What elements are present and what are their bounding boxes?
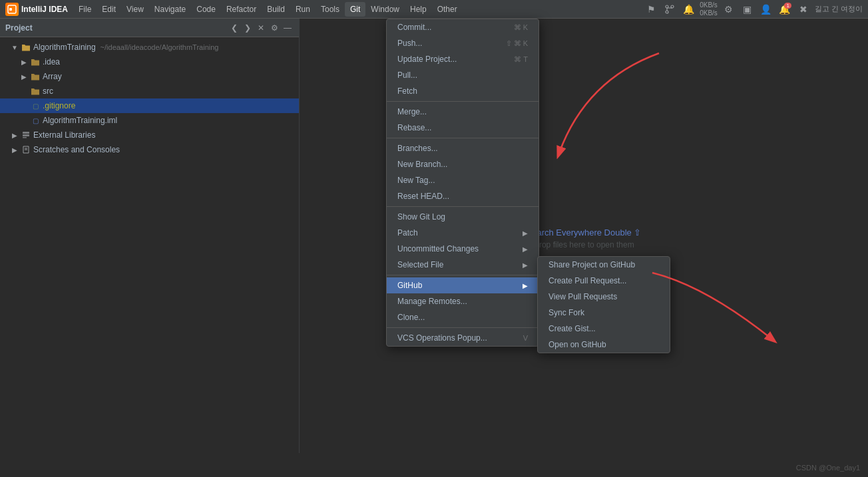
panel-hide-btn[interactable]: — [282,22,294,34]
git-reset-head[interactable]: Reset HEAD... [387,188,539,204]
git-manage-remotes[interactable]: Manage Remotes... [387,293,539,309]
menu-file[interactable]: File [73,2,97,17]
tree-iml-label: AlgorithmTraining.iml [43,116,117,125]
git-rebase[interactable]: Rebase... [387,120,539,136]
expand-idea[interactable]: ▶ [20,58,28,66]
app-logo-icon [5,3,19,16]
screen-icon[interactable]: ▣ [740,2,755,17]
drop-hint: Drop files here to open them [533,240,634,249]
watermark: CSDN @One_day1 [796,464,860,472]
git-icon[interactable] [662,2,677,17]
git-patch[interactable]: Patch ▶ [387,225,539,241]
user-name: 길고 긴 여정이 [815,4,863,14]
menu-other[interactable]: Other [432,2,463,17]
search-hint: Search Everywhere Double ⇧ [527,228,642,238]
sep3 [387,206,539,207]
github-share[interactable]: Share Project on GitHub [538,257,670,273]
tree-array-label: Array [43,72,62,81]
folder-icon [21,42,31,53]
bell-icon[interactable]: 🔔 1 [777,2,792,17]
svg-point-4 [666,11,668,13]
menu-view[interactable]: View [121,2,149,17]
git-vcs-popup[interactable]: VCS Operations Popup... V [387,330,539,346]
file-icon-gitignore: ▢ [30,100,41,111]
expand-scratches[interactable]: ▶ [11,146,19,154]
git-pull[interactable]: Pull... [387,67,539,83]
git-commit[interactable]: Commit... ⌘ K [387,19,539,35]
panel-collapse-btn[interactable]: ❮ [228,22,240,34]
tree-gitignore[interactable]: ▢ .gitignore [0,98,299,113]
copilot-icon[interactable]: ⚙ [722,2,736,17]
git-show-log[interactable]: Show Git Log [387,209,539,225]
notification-icon[interactable]: 🔔 [681,2,696,17]
git-clone[interactable]: Clone... [387,309,539,325]
git-uncommitted[interactable]: Uncommitted Changes ▶ [387,241,539,257]
tree-scratches-label: Scratches and Consoles [33,145,120,154]
svg-point-3 [671,5,674,8]
github-sync-fork[interactable]: Sync Fork [538,305,670,321]
sep5 [387,327,539,328]
menu-bar-right: ⚑ 🔔 0KB/s 0KB/s ⚙ ▣ 👤 🔔 1 ✖ 길고 긴 여정이 [644,1,863,17]
git-new-tag[interactable]: New Tag... [387,172,539,188]
folder-icon-idea [30,57,41,67]
menu-navigate[interactable]: Navigate [149,2,191,17]
sep4 [387,275,539,275]
menu-code[interactable]: Code [191,2,221,17]
panel-expand-btn[interactable]: ❯ [242,22,254,34]
panel-close-btn[interactable]: ✕ [255,22,267,34]
menu-window[interactable]: Window [365,2,405,17]
expand-array[interactable]: ▶ [20,73,28,80]
file-icon-iml: ▢ [30,115,41,126]
tree-idea[interactable]: ▶ .idea [0,55,299,69]
tree-external-libs[interactable]: ▶ External Libraries [0,128,299,142]
svg-rect-5 [23,132,29,134]
git-new-branch[interactable]: New Branch... [387,156,539,172]
git-branches[interactable]: Branches... [387,140,539,156]
git-merge[interactable]: Merge... [387,104,539,120]
scratches-icon [21,144,31,155]
github-create-pr[interactable]: Create Pull Request... [538,273,670,289]
expand-external-libs[interactable]: ▶ [11,131,19,139]
panel-gear-btn[interactable]: ⚙ [268,22,280,34]
menu-edit[interactable]: Edit [97,2,121,17]
collab-icon[interactable]: 👤 [759,2,773,17]
github-open[interactable]: Open on GitHub [538,337,670,353]
menu-run[interactable]: Run [290,2,316,17]
tree-array[interactable]: ▶ Array [0,69,299,84]
git-dropdown-menu: Commit... ⌘ K Push... ⇧ ⌘ K Update Proje… [386,19,539,347]
svg-point-2 [666,5,668,8]
tree-scratches[interactable]: ▶ Scratches and Consoles [0,142,299,157]
network-down: 0KB/s [700,9,718,17]
network-info: 0KB/s 0KB/s [700,1,718,17]
git-fetch[interactable]: Fetch [387,83,539,99]
menu-help[interactable]: Help [405,2,432,17]
git-push[interactable]: Push... ⇧ ⌘ K [387,35,539,51]
github-create-gist[interactable]: Create Gist... [538,321,670,337]
bookmark-icon[interactable]: ⚑ [644,2,658,17]
git-github[interactable]: GitHub ▶ [387,277,539,293]
git-update-project[interactable]: Update Project... ⌘ T [387,51,539,67]
tree-iml[interactable]: ▢ AlgorithmTraining.iml [0,113,299,128]
tree-root[interactable]: ▼ AlgorithmTraining ~/ideaall/ideacode/A… [0,40,299,55]
menu-tools[interactable]: Tools [316,2,345,17]
expand-root[interactable]: ▼ [11,43,19,51]
network-up: 0KB/s [700,1,718,9]
github-view-pr[interactable]: View Pull Requests [538,289,670,305]
tree-root-path: ~/ideaall/ideacode/AlgorithmTraining [101,43,219,51]
menu-refactor[interactable]: Refactor [221,2,262,17]
svg-rect-1 [9,8,12,11]
app-logo: IntelliJ IDEA [5,3,68,16]
folder-icon-array [30,71,41,82]
svg-rect-6 [23,134,29,136]
tree-src[interactable]: src [0,84,299,98]
menu-build[interactable]: Build [262,2,290,17]
menu-git[interactable]: Git [345,2,365,17]
editor-area: Search Everywhere Double ⇧ Drop files he… [300,19,868,453]
git-selected-file[interactable]: Selected File ▶ [387,257,539,273]
close-icon[interactable]: ✖ [796,2,811,17]
project-tree: ▼ AlgorithmTraining ~/ideaall/ideacode/A… [0,37,299,453]
app-title: IntelliJ IDEA [21,5,68,14]
svg-rect-7 [23,137,27,138]
menu-bar-left: IntelliJ IDEA File Edit View Navigate Co… [5,2,463,17]
sidebar: Project ❮ ❯ ✕ ⚙ — ▼ AlgorithmTraining ~/… [0,19,300,453]
